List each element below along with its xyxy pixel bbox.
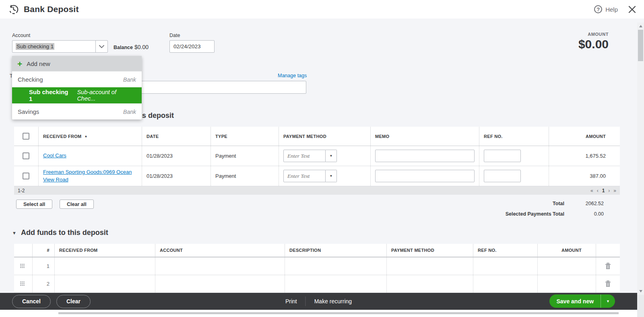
pager: « ‹ 1 › » xyxy=(590,188,616,193)
collapse-triangle-icon: ▼ xyxy=(12,231,17,235)
dropdown-arrow-icon[interactable]: ▼ xyxy=(326,150,337,162)
column-received-from[interactable]: RECEIVED FROM▲ xyxy=(38,127,142,146)
account-select[interactable]: Sub checking 1 xyxy=(12,40,108,53)
horizontal-scrollbar[interactable] xyxy=(0,310,637,317)
ref-no-input[interactable] xyxy=(484,150,521,162)
sort-asc-icon: ▲ xyxy=(85,134,88,138)
total-value: 2062.52 xyxy=(564,201,620,206)
selected-payments-total-label: Selected Payments Total xyxy=(417,211,564,217)
scroll-up-icon[interactable] xyxy=(639,25,642,27)
help-label: Help xyxy=(605,6,618,13)
received-from-cell[interactable] xyxy=(54,257,155,275)
dropdown-option-sub-checking-1[interactable]: Sub checking 1 Sub-account of Chec... xyxy=(12,87,142,103)
save-options-caret-icon[interactable]: ▼ xyxy=(601,299,615,303)
save-and-new-button[interactable]: Save and new ▼ xyxy=(549,294,615,308)
amount-cell[interactable] xyxy=(537,257,596,275)
funds-row-2[interactable]: 2 xyxy=(14,275,620,293)
payment-method-select: ▼ xyxy=(283,150,337,162)
account-cell[interactable] xyxy=(155,257,285,275)
option-name: Sub checking 1 xyxy=(18,89,73,102)
vertical-scrollbar[interactable] xyxy=(637,23,644,295)
date-input[interactable] xyxy=(169,40,215,53)
payment-date: 01/28/2023 xyxy=(142,146,211,166)
footer-bar: Cancel Clear Print Make recurring Save a… xyxy=(0,293,637,310)
save-and-new-label: Save and new xyxy=(549,298,601,305)
close-icon[interactable] xyxy=(628,6,636,13)
payment-method-cell[interactable] xyxy=(386,257,473,275)
help-icon: ? xyxy=(594,5,602,13)
trash-icon[interactable] xyxy=(605,263,611,270)
pagination-bar: 1-2 « ‹ 1 › » xyxy=(14,186,620,195)
add-new-option[interactable]: + Add new xyxy=(12,56,142,71)
dropdown-arrow-icon[interactable]: ▼ xyxy=(326,170,337,182)
memo-input[interactable] xyxy=(375,170,475,182)
payment-date: 01/28/2023 xyxy=(142,166,211,186)
funds-row-1[interactable]: 1 xyxy=(14,257,620,275)
row-number: 1 xyxy=(32,257,54,275)
bank-deposit-page: Bank Deposit ? Help Account Sub checking… xyxy=(0,0,644,317)
ref-no-input[interactable] xyxy=(484,170,521,182)
received-from-cell[interactable] xyxy=(54,275,155,292)
first-page-button[interactable]: « xyxy=(590,188,593,193)
received-from-link[interactable]: Freeman Sporting Goods:0969 Ocean View R… xyxy=(43,169,136,184)
header-actions: ? Help xyxy=(594,5,636,13)
funds-heading-label: Add funds to this deposit xyxy=(21,228,108,237)
scroll-down-icon[interactable] xyxy=(639,290,642,292)
clear-button[interactable]: Clear xyxy=(56,295,91,308)
payment-type: Payment xyxy=(211,146,279,166)
drag-handle-icon[interactable] xyxy=(20,264,25,269)
history-icon[interactable] xyxy=(8,4,19,15)
column-ref-no: REF NO. xyxy=(473,244,537,257)
column-memo: MEMO xyxy=(370,127,479,146)
trash-icon[interactable] xyxy=(605,280,611,287)
chevron-down-icon[interactable] xyxy=(95,41,107,52)
column-received-from: RECEIVED FROM xyxy=(54,244,155,257)
payment-method-cell[interactable] xyxy=(386,275,473,292)
drag-handle-icon[interactable] xyxy=(20,282,25,286)
next-page-button[interactable]: › xyxy=(608,188,610,193)
account-cell[interactable] xyxy=(155,275,285,292)
payment-method-input[interactable] xyxy=(283,150,326,162)
prev-page-button[interactable]: ‹ xyxy=(597,188,599,193)
column-amount: AMOUNT xyxy=(549,127,620,146)
option-type: Bank xyxy=(123,109,136,115)
amount-cell[interactable] xyxy=(537,275,596,292)
option-name: Savings xyxy=(18,108,39,115)
column-description: DESCRIPTION xyxy=(285,244,386,257)
memo-input[interactable] xyxy=(375,150,475,162)
ref-no-cell[interactable] xyxy=(473,275,537,292)
dropdown-option-savings[interactable]: Savings Bank xyxy=(12,103,142,119)
column-account: ACCOUNT xyxy=(155,244,285,257)
vertical-scroll-thumb[interactable] xyxy=(638,30,643,61)
make-recurring-button[interactable]: Make recurring xyxy=(306,298,360,305)
help-button[interactable]: ? Help xyxy=(594,5,618,13)
print-button[interactable]: Print xyxy=(277,298,305,305)
payment-amount: 1,675.52 xyxy=(549,146,620,166)
payment-method-input[interactable] xyxy=(283,170,326,182)
last-page-button[interactable]: » xyxy=(613,188,616,193)
page-title: Bank Deposit xyxy=(24,4,79,14)
manage-tags-link[interactable]: Manage tags xyxy=(278,73,307,78)
ref-no-cell[interactable] xyxy=(473,257,537,275)
plus-icon: + xyxy=(17,60,22,68)
dropdown-option-checking[interactable]: Checking Bank xyxy=(12,71,142,87)
horizontal-scroll-thumb[interactable] xyxy=(58,312,619,314)
balance-value: $0.00 xyxy=(134,44,149,50)
select-all-checkbox[interactable] xyxy=(23,133,29,140)
clear-all-button[interactable]: Clear all xyxy=(60,200,94,209)
row-checkbox[interactable] xyxy=(23,173,29,179)
current-page: 1 xyxy=(602,188,605,193)
payments-table: RECEIVED FROM▲ DATE TYPE PAYMENT METHOD … xyxy=(14,127,620,195)
totals-block: Total 2062.52 Selected Payments Total 0.… xyxy=(417,201,620,222)
option-type: Sub-account of Chec... xyxy=(77,89,136,102)
column-date: DATE xyxy=(142,127,211,146)
row-checkbox[interactable] xyxy=(23,152,29,159)
cancel-button[interactable]: Cancel xyxy=(12,295,51,308)
funds-section-heading[interactable]: ▼ Add funds to this deposit xyxy=(12,228,108,237)
payment-amount: 387.00 xyxy=(549,166,620,186)
amount-label: AMOUNT xyxy=(578,32,609,37)
select-all-button[interactable]: Select all xyxy=(16,200,52,209)
description-cell[interactable] xyxy=(285,275,386,292)
description-cell[interactable] xyxy=(285,257,386,275)
received-from-link[interactable]: Cool Cars xyxy=(43,152,66,160)
